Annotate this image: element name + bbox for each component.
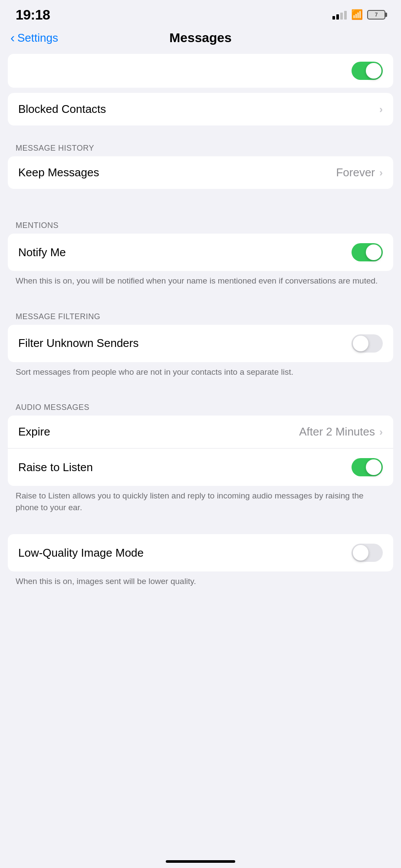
blocked-contacts-card: Blocked Contacts › xyxy=(8,93,393,125)
signal-icon xyxy=(332,10,347,20)
low-quality-label: Low-Quality Image Mode xyxy=(18,546,144,560)
mentions-section-label: MENTIONS xyxy=(0,212,401,234)
message-filtering-section: MESSAGE FILTERING Filter Unknown Senders… xyxy=(0,304,401,385)
status-time: 19:18 xyxy=(16,7,50,23)
back-button[interactable]: ‹ Settings xyxy=(10,31,58,45)
message-history-card: Keep Messages Forever › xyxy=(8,156,393,189)
filter-unknown-senders-label: Filter Unknown Senders xyxy=(18,337,138,350)
expire-label: Expire xyxy=(18,425,50,439)
mentions-section: MENTIONS Notify Me When this is on, you … xyxy=(0,212,401,294)
notify-me-toggle[interactable] xyxy=(352,243,383,261)
filter-unknown-senders-row: Filter Unknown Senders xyxy=(8,325,393,362)
top-partial-card xyxy=(8,54,393,88)
blocked-contacts-label: Blocked Contacts xyxy=(18,102,106,116)
toggle-thumb xyxy=(366,459,381,475)
keep-messages-value-text: Forever xyxy=(336,166,375,179)
message-history-section: MESSAGE HISTORY Keep Messages Forever › xyxy=(0,135,401,189)
notify-me-row: Notify Me xyxy=(8,234,393,271)
chevron-right-icon: › xyxy=(379,167,383,179)
mentions-card: Notify Me xyxy=(8,234,393,271)
blocked-contacts-row[interactable]: Blocked Contacts › xyxy=(8,93,393,125)
partial-toggle[interactable] xyxy=(352,62,383,80)
home-indicator xyxy=(166,860,235,863)
message-filtering-card: Filter Unknown Senders xyxy=(8,325,393,362)
raise-to-listen-label: Raise to Listen xyxy=(18,461,93,474)
page-title: Messages xyxy=(169,30,231,45)
expire-row[interactable]: Expire After 2 Minutes › xyxy=(8,416,393,449)
blocked-contacts-value: › xyxy=(379,103,383,116)
partial-toggle-row xyxy=(8,54,393,88)
filter-unknown-senders-toggle[interactable] xyxy=(352,334,383,353)
notify-me-label: Notify Me xyxy=(18,246,66,259)
low-quality-description: When this is on, images sent will be low… xyxy=(0,571,401,594)
audio-messages-description: Raise to Listen allows you to quickly li… xyxy=(0,486,401,520)
message-history-label: MESSAGE HISTORY xyxy=(0,135,401,156)
audio-messages-card: Expire After 2 Minutes › Raise to Listen xyxy=(8,416,393,486)
status-icons: 📶 7 xyxy=(332,9,385,20)
low-quality-card: Low-Quality Image Mode xyxy=(8,534,393,571)
status-bar: 19:18 📶 7 xyxy=(0,0,401,26)
filter-unknown-description: Sort messages from people who are not in… xyxy=(0,362,401,385)
toggle-thumb xyxy=(366,244,381,260)
toggle-thumb xyxy=(353,336,368,351)
keep-messages-row[interactable]: Keep Messages Forever › xyxy=(8,156,393,189)
chevron-left-icon: ‹ xyxy=(10,31,15,44)
expire-value-text: After 2 Minutes xyxy=(299,425,375,439)
nav-bar: ‹ Settings Messages xyxy=(0,26,401,54)
low-quality-section: Low-Quality Image Mode When this is on, … xyxy=(0,534,401,594)
expire-value: After 2 Minutes › xyxy=(299,425,383,439)
raise-to-listen-toggle[interactable] xyxy=(352,458,383,476)
toggle-thumb xyxy=(353,545,368,561)
chevron-right-icon: › xyxy=(379,103,383,116)
back-label: Settings xyxy=(17,31,58,45)
chevron-right-icon: › xyxy=(379,426,383,438)
battery-icon: 7 xyxy=(367,10,385,20)
keep-messages-label: Keep Messages xyxy=(18,166,99,179)
audio-messages-section: AUDIO MESSAGES Expire After 2 Minutes › … xyxy=(0,394,401,520)
raise-to-listen-row: Raise to Listen xyxy=(8,449,393,486)
wifi-icon: 📶 xyxy=(351,9,363,20)
keep-messages-value: Forever › xyxy=(336,166,383,179)
toggle-thumb xyxy=(366,63,381,79)
low-quality-row: Low-Quality Image Mode xyxy=(8,534,393,571)
mentions-description: When this is on, you will be notified wh… xyxy=(0,271,401,294)
low-quality-toggle[interactable] xyxy=(352,544,383,562)
audio-messages-label: AUDIO MESSAGES xyxy=(0,394,401,416)
message-filtering-label: MESSAGE FILTERING xyxy=(0,304,401,325)
